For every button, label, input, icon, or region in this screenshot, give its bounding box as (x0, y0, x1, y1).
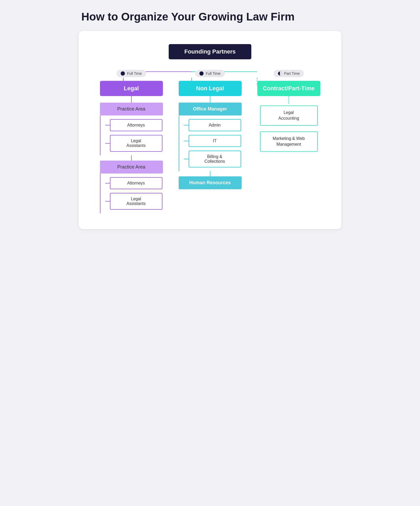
three-columns: Full Time Legal Practice Area (89, 70, 331, 213)
pa1-assistants-label: LegalAssistants (126, 139, 146, 148)
badge-dot-contract (278, 71, 282, 76)
contract-header-label: Contract/Part-Time (263, 85, 315, 92)
pa1-attorneys-row: Attorneys (105, 118, 162, 132)
pa2-attorneys-row: Attorneys (105, 176, 162, 190)
nonlegal-line-2 (210, 171, 210, 176)
admin-label: Admin (209, 123, 221, 127)
pa2-assistants-label: LegalAssistants (126, 197, 146, 206)
it-box: IT (189, 135, 241, 147)
tree-root: Founding Partners Full Time (89, 44, 331, 213)
it-label: IT (213, 139, 216, 143)
billing-box: Billing &Collections (189, 151, 241, 167)
pa2-sub-wrapper: Attorneys LegalAssistants (100, 173, 163, 213)
nonlegal-header-label: Non Legal (196, 85, 224, 92)
human-res-label: Human Resources (189, 180, 231, 185)
pa1-attorneys-label: Attorneys (127, 123, 145, 127)
office-sub-wrapper: Admin IT (179, 115, 242, 171)
founding-partners-box: Founding Partners (169, 44, 252, 59)
marketing-web-box: Marketing & WebManagement (260, 131, 318, 152)
practice-area-2-label: Practice Area (117, 164, 145, 170)
pa2-assistants-row: LegalAssistants (105, 192, 162, 211)
it-h (184, 141, 189, 141)
pa1-h1 (105, 125, 110, 125)
legal-line-2 (131, 155, 132, 161)
pa1-h2 (105, 143, 110, 144)
contract-header-box: Contract/Part-Time (257, 81, 320, 96)
pa1-assistants-row: LegalAssistants (105, 134, 162, 153)
nonlegal-line-1 (210, 96, 210, 103)
legal-line-1 (131, 96, 132, 103)
legal-header-label: Legal (124, 85, 139, 92)
office-mgr-group: Office Manager Ad (179, 103, 242, 171)
pa2-bracket-v (100, 173, 100, 213)
pa1-subitems: Attorneys LegalAssistants (105, 115, 162, 155)
pa2-h1 (105, 183, 110, 183)
nonlegal-header-box: Non Legal (179, 81, 242, 96)
pa2-h2 (105, 201, 110, 202)
badge-dot-legal (121, 71, 125, 76)
legal-badge-label: Full Time (127, 71, 142, 76)
pa1-sub-wrapper: Attorneys LegalAssistants (100, 115, 163, 155)
practice-area-1-label: Practice Area (117, 106, 145, 112)
page-wrapper: How to Organize Your Growing Law Firm (79, 10, 341, 229)
pa2-attorneys-box: Attorneys (110, 177, 162, 189)
pa2-subitems: Attorneys LegalAssistants (105, 173, 162, 213)
practice-area-2-box: Practice Area (100, 161, 163, 173)
admin-box: Admin (189, 119, 241, 131)
practice-area-1-group: Practice Area (100, 103, 163, 155)
billing-row: Billing &Collections (184, 150, 241, 168)
col-legal: Full Time Legal Practice Area (97, 70, 166, 213)
office-subitems: Admin IT (184, 115, 241, 171)
legal-accounting-box: LegalAccounting (260, 106, 318, 126)
office-mgr-label: Office Manager (193, 106, 227, 112)
legal-accounting-label: LegalAccounting (278, 110, 299, 120)
nonlegal-badge-label: Full Time (206, 71, 221, 76)
practice-area-1-box: Practice Area (100, 103, 163, 115)
admin-h (184, 125, 189, 125)
col-nonlegal: Full Time Non Legal Office Manager (176, 70, 244, 213)
marketing-web-label: Marketing & WebManagement (273, 136, 305, 146)
top-node: Founding Partners (169, 44, 252, 59)
office-bracket (179, 115, 184, 171)
it-row: IT (184, 134, 241, 148)
office-mgr-box: Office Manager (179, 103, 242, 115)
practice-area-2-group: Practice Area Att (100, 161, 163, 213)
billing-label: Billing &Collections (204, 154, 225, 164)
contract-badge: Part Time (274, 70, 304, 77)
col-contract: Part Time Contract/Part-Time LegalAccoun… (255, 70, 323, 213)
nonlegal-badge: Full Time (195, 70, 225, 77)
pa1-bracket (100, 115, 105, 155)
badge-dot-nonlegal (199, 71, 204, 76)
billing-h (184, 159, 189, 159)
admin-row: Admin (184, 118, 241, 132)
legal-badge: Full Time (116, 70, 146, 77)
pa1-attorneys-box: Attorneys (110, 119, 162, 131)
diagram-container: Founding Partners Full Time (79, 31, 341, 229)
pa2-bracket (100, 173, 105, 213)
office-bracket-v (179, 115, 179, 171)
pa2-attorneys-label: Attorneys (127, 181, 145, 185)
contract-badge-label: Part Time (284, 71, 300, 76)
pa2-assistants-box: LegalAssistants (110, 193, 162, 210)
contract-line-1 (289, 96, 289, 104)
pa1-bracket-v (100, 115, 100, 155)
founding-partners-label: Founding Partners (184, 48, 236, 55)
human-res-box: Human Resources (179, 176, 242, 189)
legal-header-box: Legal (100, 81, 163, 96)
page-title: How to Organize Your Growing Law Firm (79, 10, 341, 23)
pa1-assistants-box: LegalAssistants (110, 135, 162, 152)
